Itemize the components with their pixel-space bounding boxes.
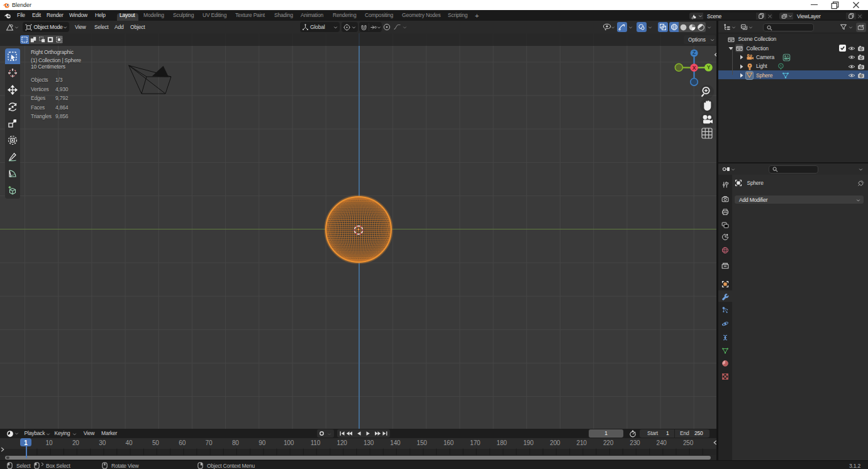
- svg-text:Z: Z: [693, 50, 696, 56]
- svg-text:X: X: [693, 65, 696, 71]
- svg-text:Y: Y: [707, 64, 711, 70]
